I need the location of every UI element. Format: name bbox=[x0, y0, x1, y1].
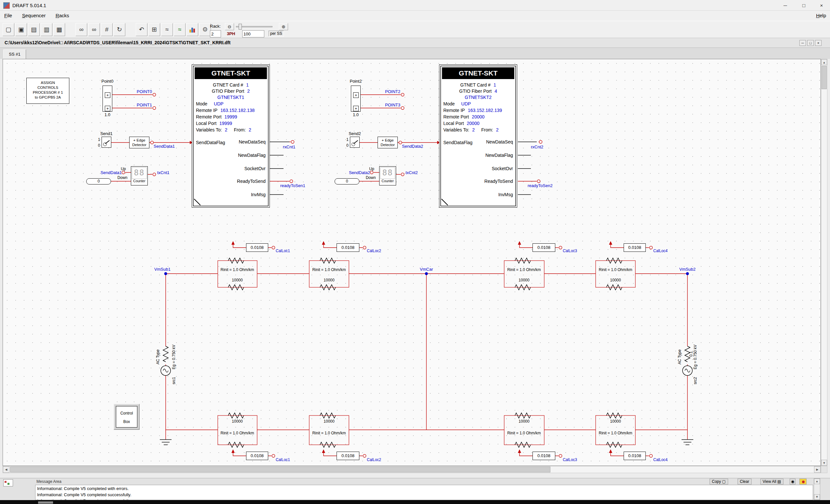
menu-sequencer[interactable]: Sequencer bbox=[18, 11, 50, 20]
assign-controls-block[interactable]: ASSIGN CONTROLS PROCESSOR # 1 to GPC/PB5… bbox=[26, 78, 69, 104]
scroll-left-button[interactable]: ◀ bbox=[3, 466, 9, 473]
minimize-button[interactable]: ─ bbox=[776, 0, 795, 11]
switch-lever-icon bbox=[105, 140, 110, 144]
message-list[interactable]: Informational: Compile V5 completed with… bbox=[35, 485, 813, 500]
zoom-in-button[interactable]: ⊕ bbox=[279, 23, 288, 30]
scroll-up-button[interactable]: ▲ bbox=[821, 59, 827, 65]
menu-help[interactable]: Help bbox=[816, 13, 826, 18]
wire-label: CalLoc4 bbox=[653, 248, 668, 253]
find-button[interactable]: ∞ bbox=[75, 23, 87, 36]
scroll-right-button[interactable]: ▶ bbox=[814, 466, 821, 473]
copy-messages-button[interactable]: Copy ▢ bbox=[709, 479, 728, 484]
counter-block[interactable]: 88 Counter bbox=[131, 166, 148, 186]
counter-down-label: Down bbox=[364, 175, 378, 180]
calloc-meter[interactable]: 0.0108 bbox=[246, 243, 268, 252]
taskbar-fragment bbox=[38, 501, 53, 504]
send-switch[interactable] bbox=[350, 137, 360, 148]
calloc-meter[interactable]: 0.0108 bbox=[624, 451, 646, 460]
constant-zero-block[interactable]: 0 bbox=[86, 178, 111, 184]
wire-label: txCnt1 bbox=[157, 170, 169, 175]
binoculars-icon: ∞ bbox=[79, 26, 84, 33]
vertical-scroll-thumb[interactable] bbox=[822, 66, 827, 89]
line-r-label: 10000 bbox=[316, 278, 342, 282]
message-scroll-up-button[interactable]: ▲ bbox=[814, 479, 820, 484]
rack-input[interactable] bbox=[210, 30, 221, 37]
close-button[interactable]: × bbox=[813, 0, 830, 11]
edge-detector-block[interactable]: + Edge Detector bbox=[378, 137, 398, 148]
port-out-label: NewDataSeq bbox=[196, 139, 265, 145]
waveform-button[interactable]: ≈ bbox=[174, 23, 186, 36]
dial-knob-icon[interactable]: + bbox=[353, 106, 359, 111]
horizontal-scroll-thumb[interactable] bbox=[10, 467, 550, 472]
zoom-slider-handle[interactable] bbox=[238, 24, 242, 30]
param-label: Variables To: bbox=[196, 127, 222, 132]
calloc-meter[interactable]: 0.0108 bbox=[337, 243, 359, 252]
component-name: GTNETSKT1 bbox=[217, 95, 244, 100]
edge-detector-block[interactable]: + Edge Detector bbox=[129, 137, 150, 148]
constant-zero-block[interactable]: 0 bbox=[334, 178, 359, 184]
control-box-block[interactable]: Control Box bbox=[114, 404, 140, 430]
param-label: Remote Port bbox=[196, 114, 222, 120]
param-label: From: bbox=[234, 127, 246, 132]
line-rinit-label: Rinit = 1.0 Ohm/km bbox=[305, 267, 353, 272]
calloc-meter[interactable]: 0.0108 bbox=[624, 243, 646, 252]
tab-ss1[interactable]: SS #1 bbox=[3, 49, 26, 59]
undo-button[interactable]: ↶ bbox=[136, 23, 148, 36]
save-button[interactable]: ▤ bbox=[28, 23, 40, 36]
draft-canvas[interactable]: ASSIGN CONTROLS PROCESSOR # 1 to GPC/PB5… bbox=[3, 59, 821, 466]
dial-knob-icon[interactable]: + bbox=[105, 92, 110, 98]
plot-button[interactable]: ≈ bbox=[161, 23, 173, 36]
open-file-button[interactable]: ▣ bbox=[15, 23, 27, 36]
param-label: GTNET Card # bbox=[460, 82, 490, 88]
dial-knob-icon[interactable]: + bbox=[353, 92, 359, 98]
mdi-restore-button[interactable]: □ bbox=[807, 40, 814, 46]
calloc-meter[interactable]: 0.0108 bbox=[533, 243, 555, 252]
point-switch[interactable]: + + bbox=[351, 86, 361, 111]
switch-on-label: 1 bbox=[346, 137, 349, 142]
menu-racks[interactable]: Racks bbox=[52, 11, 73, 20]
control-box-label: Control bbox=[116, 409, 137, 417]
rotate-button[interactable]: ↻ bbox=[114, 23, 125, 36]
zoom-input[interactable] bbox=[242, 30, 264, 37]
message-scrollbar[interactable]: ▲ ▼ bbox=[814, 478, 820, 500]
copy-button[interactable]: ⊞ bbox=[149, 23, 160, 36]
point-switch[interactable]: + + bbox=[102, 86, 112, 111]
file-path: C:\Users\kks12\OneDrive\□ AI\RSCAD\RTDS_… bbox=[5, 40, 230, 45]
wire-mode-button[interactable]: # bbox=[101, 23, 113, 36]
new-file-button[interactable]: ▢ bbox=[3, 23, 14, 36]
calloc-meter[interactable]: 0.0108 bbox=[246, 451, 268, 460]
counter-block[interactable]: 88 Counter bbox=[379, 166, 396, 186]
phase-mode-label[interactable]: 3PH bbox=[227, 31, 235, 36]
chart-button[interactable] bbox=[187, 23, 198, 36]
gtnet-skt-block-2[interactable]: GTNET-SKT GTNET Card #1 GTIO Fiber Port4… bbox=[439, 64, 517, 208]
zoom-out-button[interactable]: ⊖ bbox=[225, 23, 234, 30]
view-all-messages-button[interactable]: View All ▤ bbox=[760, 479, 784, 484]
port-out-label: NewDataFlag bbox=[443, 153, 513, 159]
maximize-button[interactable]: □ bbox=[795, 0, 813, 11]
compile-button[interactable]: ⚙ bbox=[199, 23, 211, 36]
counter-display: 88 bbox=[380, 167, 395, 179]
edge-detector-label: + Edge bbox=[378, 138, 397, 142]
clear-messages-button[interactable]: Clear bbox=[738, 479, 752, 484]
menu-file[interactable]: File bbox=[0, 11, 16, 20]
horizontal-scrollbar[interactable]: ◀ ▶ bbox=[3, 466, 821, 473]
param-label: Local Port bbox=[196, 121, 217, 126]
calloc-meter[interactable]: 0.0108 bbox=[533, 451, 555, 460]
calloc-meter[interactable]: 0.0108 bbox=[337, 451, 359, 460]
dial-knob-icon[interactable]: + bbox=[105, 106, 110, 111]
message-options-button[interactable]: ◉ bbox=[790, 479, 796, 484]
waveform-icon: ≈ bbox=[178, 26, 181, 33]
scroll-down-button[interactable]: ▼ bbox=[821, 460, 827, 466]
report-button[interactable]: ▥ bbox=[41, 23, 53, 36]
status-dot-icon bbox=[802, 480, 805, 483]
find-next-button[interactable]: ∞ bbox=[88, 23, 100, 36]
switch-lever-icon bbox=[353, 140, 358, 144]
mdi-close-button[interactable]: × bbox=[815, 40, 822, 46]
print-button[interactable]: ▦ bbox=[53, 23, 65, 36]
message-scroll-down-button[interactable]: ▼ bbox=[814, 494, 820, 500]
send-switch[interactable] bbox=[101, 137, 111, 148]
vertical-scrollbar[interactable]: ▲ ▼ bbox=[821, 59, 827, 466]
mdi-minimize-button[interactable]: ─ bbox=[799, 40, 806, 46]
gtnet-skt-block-1[interactable]: GTNET-SKT GTNET Card #1 GTIO Fiber Port2… bbox=[192, 64, 270, 208]
control-box-label: Box bbox=[116, 417, 137, 426]
